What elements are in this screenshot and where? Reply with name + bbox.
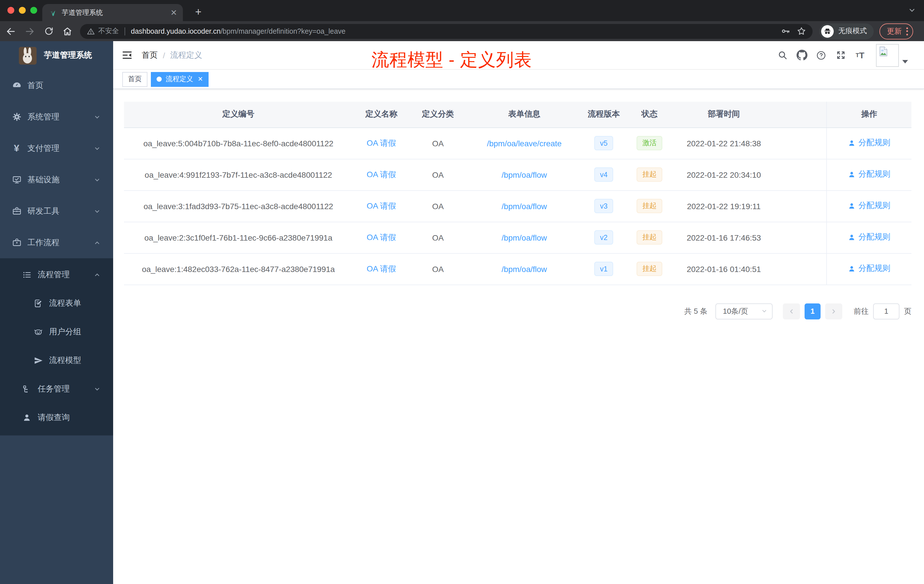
window-minimize-button[interactable]: [19, 7, 26, 14]
user-avatar-dropdown[interactable]: [876, 44, 908, 66]
person-icon: [22, 412, 32, 423]
sidebar-item-process-form[interactable]: 流程表单: [0, 289, 113, 318]
password-key-icon[interactable]: [777, 23, 793, 39]
breadcrumb-home[interactable]: 首页: [142, 50, 158, 60]
window-close-button[interactable]: [7, 7, 14, 14]
sidebar-item-leave-query[interactable]: 请假查询: [0, 403, 113, 432]
chevron-down-icon: [94, 208, 101, 214]
version-badge[interactable]: v5: [594, 136, 613, 150]
sidebar-toggle-icon[interactable]: [117, 45, 137, 66]
bookmark-star-icon[interactable]: [793, 23, 809, 39]
column-header-deploy-time: 部署时间: [674, 102, 774, 127]
not-secure-warning-icon: [87, 27, 95, 35]
version-badge[interactable]: v2: [594, 230, 613, 244]
form-link[interactable]: /bpm/oa/flow: [502, 264, 547, 274]
cell-deploy-time: 2022-01-22 19:19:11: [674, 190, 774, 222]
annotation-title: 流程模型 - 定义列表: [371, 48, 532, 72]
version-badge[interactable]: v1: [594, 262, 613, 276]
column-header-status: 状态: [625, 102, 674, 127]
definition-name-link[interactable]: OA 请假: [366, 264, 396, 273]
table-row: oa_leave:3:1fad3d93-7b75-11ec-a3c8-acde4…: [124, 190, 911, 222]
help-icon[interactable]: [814, 48, 828, 62]
form-link[interactable]: /bpm/oa/flow: [502, 201, 547, 211]
briefcase-icon: [12, 238, 22, 248]
forward-icon[interactable]: [22, 23, 38, 39]
sidebar-item-home[interactable]: 首页: [0, 70, 113, 101]
definition-name-link[interactable]: OA 请假: [366, 201, 396, 210]
goto-page-input[interactable]: [873, 303, 899, 319]
prev-page-button[interactable]: [783, 303, 800, 319]
status-badge: 挂起: [637, 262, 662, 276]
sidebar-item-process-model[interactable]: 流程模型: [0, 346, 113, 375]
sidebar-item-process-management[interactable]: 流程管理: [0, 261, 113, 289]
github-icon[interactable]: [795, 48, 808, 62]
tab-close-icon[interactable]: ✕: [171, 8, 177, 16]
update-button[interactable]: 更新: [879, 23, 913, 39]
tab-title: 芋道管理系统: [62, 8, 171, 17]
chevron-down-icon: [94, 145, 101, 152]
fullscreen-icon[interactable]: [834, 48, 847, 62]
logo-avatar: [19, 46, 36, 64]
definition-name-link[interactable]: OA 请假: [366, 170, 396, 178]
definition-name-link[interactable]: OA 请假: [366, 138, 396, 147]
browser-menu-icon[interactable]: [906, 27, 908, 35]
sidebar-item-dev-tools[interactable]: 研发工具: [0, 195, 113, 227]
font-size-icon[interactable]: TT: [853, 48, 867, 62]
assign-rule-button[interactable]: 分配规则: [848, 138, 890, 148]
form-link[interactable]: /bpm/oa/flow: [502, 170, 547, 179]
new-tab-button[interactable]: +: [191, 5, 206, 20]
tab-search-caret-icon[interactable]: [908, 6, 916, 14]
tag-home[interactable]: 首页: [122, 72, 147, 87]
column-header-form: 表单信息: [466, 102, 582, 127]
browser-tab[interactable]: 芋道管理系统 ✕: [42, 4, 183, 21]
cell-category: OA: [410, 222, 466, 253]
chevron-up-icon: [94, 271, 101, 278]
column-header-id: 定义编号: [124, 102, 353, 127]
column-header-actions: 操作: [827, 102, 911, 127]
toolbox-icon: [12, 206, 22, 216]
list-icon: [22, 270, 32, 280]
home-icon[interactable]: [59, 23, 76, 39]
next-page-button[interactable]: [825, 303, 842, 319]
reload-icon[interactable]: [41, 23, 56, 39]
user-icon: [848, 139, 855, 147]
url-text[interactable]: dashboard.yudao.iocoder.cn/bpm/manager/d…: [131, 27, 777, 35]
cell-category: OA: [410, 190, 466, 222]
version-badge[interactable]: v4: [594, 167, 613, 182]
pagination-total: 共 5 条: [684, 306, 708, 316]
table-row: oa_leave:4:991f2193-7b7f-11ec-a3c8-acde4…: [124, 159, 911, 190]
user-icon: [848, 265, 855, 272]
sidebar-item-infrastructure[interactable]: 基础设施: [0, 164, 113, 195]
sidebar-item-system[interactable]: 系统管理: [0, 101, 113, 133]
sidebar-item-task-management[interactable]: 任务管理: [0, 375, 113, 403]
user-icon: [848, 202, 855, 210]
sidebar-logo[interactable]: 芋道管理系统: [0, 41, 113, 70]
window-zoom-button[interactable]: [30, 7, 37, 14]
form-link[interactable]: /bpm/oa/flow: [502, 233, 547, 242]
back-icon[interactable]: [3, 23, 19, 39]
table-header-row: 定义编号 定义名称 定义分类 表单信息 流程版本 状态 部署时间 操作: [124, 102, 911, 127]
version-badge[interactable]: v3: [594, 199, 613, 213]
tag-close-icon[interactable]: ✕: [198, 76, 203, 83]
pagination: 共 5 条 10条/页 1 前往 页: [124, 303, 911, 319]
assign-rule-button[interactable]: 分配规则: [848, 170, 890, 180]
assign-rule-button[interactable]: 分配规则: [848, 232, 890, 243]
assign-rule-button[interactable]: 分配规则: [848, 264, 890, 274]
definition-name-link[interactable]: OA 请假: [366, 232, 396, 241]
sidebar-item-workflow[interactable]: 工作流程: [0, 227, 113, 258]
status-badge: 挂起: [637, 167, 662, 182]
sidebar-item-user-groups[interactable]: 用户分组: [0, 318, 113, 346]
form-link[interactable]: /bpm/oa/leave/create: [487, 139, 562, 148]
document-edit-icon: [33, 298, 43, 308]
page-size-select[interactable]: 10条/页: [715, 303, 772, 319]
sidebar-item-payment[interactable]: ¥ 支付管理: [0, 133, 113, 164]
cell-definition-id: oa_leave:3:1fad3d93-7b75-11ec-a3c8-acde4…: [124, 190, 353, 222]
security-label[interactable]: 不安全: [98, 26, 119, 36]
assign-rule-button[interactable]: 分配规则: [848, 201, 890, 211]
cell-deploy-time: 2022-01-22 20:34:10: [674, 159, 774, 190]
search-icon[interactable]: [776, 48, 789, 62]
page-number-button[interactable]: 1: [805, 303, 820, 319]
tag-process-definition[interactable]: 流程定义 ✕: [151, 72, 209, 87]
chevron-down-icon: [94, 176, 101, 183]
address-bar[interactable]: 不安全 dashboard.yudao.iocoder.cn/bpm/manag…: [80, 24, 813, 39]
